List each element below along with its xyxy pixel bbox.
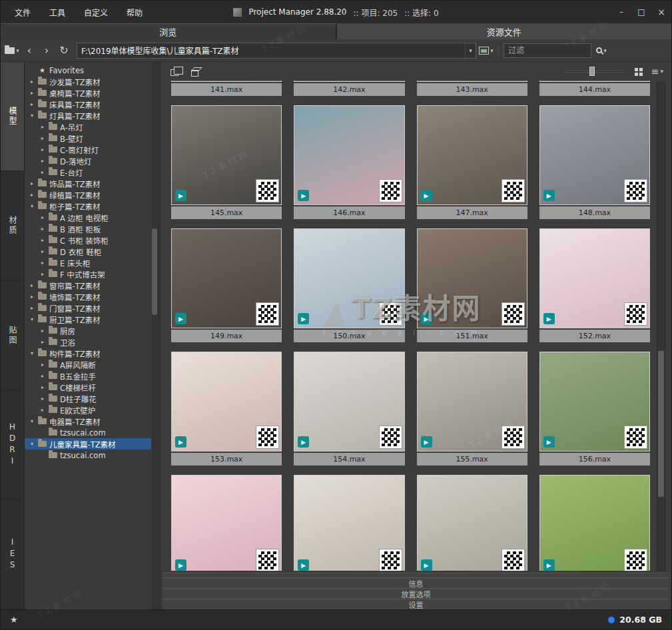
tree-expand-icon[interactable]: ▸ (39, 339, 46, 345)
tree-expand-icon[interactable]: ▸ (39, 328, 46, 334)
content-scrollbar-track[interactable] (657, 82, 665, 571)
tree-expand-icon[interactable]: ▸ (29, 180, 35, 186)
maximize-button[interactable]: □ (631, 4, 651, 20)
tree-item[interactable]: ▸桌椅篇-TZ素材 (25, 87, 151, 99)
tree-item[interactable]: ▸E-台灯 (25, 166, 151, 178)
tree-expand-icon[interactable]: ▸ (39, 384, 46, 390)
tree-expand-icon[interactable]: ▸ (29, 305, 35, 311)
tree-item[interactable]: tzsucai.com (25, 427, 151, 438)
tree-item[interactable]: ▸E欧式壁炉 (25, 404, 151, 416)
close-button[interactable]: × (651, 4, 671, 20)
menu-file[interactable]: 文件 (6, 3, 39, 21)
tree-expand-icon[interactable]: ▸ (39, 147, 46, 153)
tree-item[interactable]: ▸A屏风隔断 (25, 359, 151, 370)
category-tab-ies[interactable]: IES (1, 500, 24, 609)
forward-button[interactable]: › (39, 43, 54, 59)
tree-expand-icon[interactable]: ▸ (39, 124, 46, 130)
asset-tile[interactable]: ▶149.max (171, 228, 282, 342)
tree-item[interactable]: ▾儿童家具篇-TZ素材 (25, 438, 151, 450)
tree-expand-icon[interactable]: ▸ (29, 101, 35, 107)
tree-expand-icon[interactable]: ▾ (29, 350, 35, 356)
tree-expand-icon[interactable]: ▸ (39, 158, 46, 164)
tree-item[interactable]: ▸窗帘篇-TZ素材 (25, 280, 151, 291)
merge-model-button[interactable] (187, 63, 202, 79)
asset-tile[interactable]: ▶157.max (171, 475, 282, 571)
content-scrollbar-handle[interactable] (658, 351, 664, 497)
tree-expand-icon[interactable]: ▸ (39, 271, 46, 277)
tree-item[interactable]: ▸C楼梯栏杆 (25, 382, 151, 393)
rollout-placement-options[interactable]: 放置选项 (163, 588, 669, 599)
path-dropdown-button[interactable]: ▾ (465, 43, 476, 58)
category-tab-models[interactable]: 模型 (1, 62, 24, 171)
tree-item[interactable]: ▾构件篇-TZ素材 (25, 348, 151, 359)
asset-tile[interactable]: ▶146.max (294, 105, 404, 219)
tree-expand-icon[interactable]: ▸ (29, 294, 35, 300)
asset-thumbnail[interactable]: ▶ (539, 228, 650, 328)
refresh-button[interactable]: ↻ (57, 43, 71, 59)
asset-thumbnail[interactable]: ▶ (539, 81, 650, 82)
tree-item[interactable]: ▸D柱子雕花 (25, 393, 151, 404)
tree-item[interactable]: ▾灯具篇-TZ素材 (25, 110, 151, 121)
tree-item[interactable]: ▸B 酒柜 柜板 (25, 223, 151, 234)
sort-menu-button[interactable]: ≡ ▾ (650, 63, 665, 79)
asset-thumbnail[interactable]: ▶ (294, 352, 404, 452)
tree-expand-icon[interactable]: ▸ (39, 135, 46, 141)
tree-expand-icon[interactable]: ▸ (29, 79, 35, 85)
tree-expand-icon[interactable]: ▸ (39, 237, 46, 243)
favorite-star-icon[interactable]: ★ (10, 615, 18, 625)
tree-item[interactable]: ▸D-落地灯 (25, 155, 151, 166)
asset-tile[interactable]: ▶147.max (417, 105, 527, 219)
path-input[interactable] (77, 43, 465, 58)
slider-handle[interactable] (589, 67, 595, 76)
tree-scrollbar-handle[interactable] (152, 228, 157, 315)
tab-asset-files[interactable]: 资源文件 (337, 23, 672, 39)
menu-help[interactable]: 帮助 (118, 3, 151, 21)
tree-item[interactable]: ▸厨房 (25, 325, 151, 336)
rollout-info[interactable]: 信息 (163, 577, 669, 588)
asset-thumbnail[interactable]: ▶ (294, 228, 404, 328)
category-tab-materials[interactable]: 材质 (1, 171, 24, 280)
asset-thumbnail[interactable]: ▶ (417, 228, 527, 328)
tree-expand-icon[interactable]: ▾ (29, 418, 35, 424)
tree-item[interactable]: ▸绿植篇-TZ素材 (25, 189, 151, 200)
asset-thumbnail[interactable]: ▶ (294, 81, 404, 82)
asset-tile[interactable]: ▶152.max (539, 228, 650, 342)
tree-expand-icon[interactable]: ▾ (29, 113, 35, 119)
asset-tile[interactable]: ▶150.max (294, 228, 404, 342)
asset-tile[interactable]: ▶159.max (417, 475, 527, 571)
asset-tile[interactable]: ▶160.max (539, 475, 650, 571)
tree-expand-icon[interactable]: ▸ (39, 407, 46, 413)
category-tab-textures[interactable]: 贴图 (1, 281, 24, 390)
tree-expand-icon[interactable]: ▾ (29, 316, 35, 322)
asset-thumbnail[interactable]: ▶ (417, 105, 527, 205)
tree-item[interactable]: ▸C-筒灯射灯 (25, 144, 151, 155)
tree-item[interactable]: ▸D 衣柜 鞋柜 (25, 246, 151, 257)
tree-item[interactable]: ▸C 书柜 装饰柜 (25, 234, 151, 246)
asset-thumbnail[interactable]: ▶ (294, 475, 404, 571)
asset-thumbnail[interactable]: ▶ (171, 105, 282, 205)
folder-menu-button[interactable]: ▾ (5, 43, 19, 59)
tree-expand-icon[interactable]: ▸ (39, 169, 46, 175)
thumbnail-size-slider[interactable] (563, 67, 625, 76)
tree-scrollbar-track[interactable] (152, 62, 157, 609)
asset-tile[interactable]: ▶144.max (539, 81, 650, 96)
asset-thumbnail[interactable]: ▶ (417, 352, 527, 452)
tree-item[interactable]: ▸E 床头柜 (25, 257, 151, 268)
asset-thumbnail[interactable]: ▶ (539, 475, 650, 571)
tree-item[interactable]: ▾厨卫篇-TZ素材 (25, 314, 151, 325)
menu-tools[interactable]: 工具 (41, 3, 74, 21)
tree-expand-icon[interactable]: ▸ (29, 90, 35, 96)
asset-tile[interactable]: ▶156.max (539, 352, 650, 466)
asset-tile[interactable]: ▶148.max (539, 105, 650, 219)
rollout-settings[interactable]: 设置 (163, 599, 669, 609)
tree-item[interactable]: ▸门窗篇-TZ素材 (25, 302, 151, 314)
tree-item[interactable]: tzsucai.com (25, 450, 151, 461)
asset-thumbnail[interactable]: ▶ (171, 81, 282, 82)
tree-expand-icon[interactable]: ▸ (39, 260, 46, 266)
menu-customize[interactable]: 自定义 (75, 3, 117, 21)
back-button[interactable]: ‹ (22, 43, 37, 59)
tree-expand-icon[interactable]: ▾ (29, 441, 35, 447)
tree-expand-icon[interactable]: ▸ (39, 373, 46, 379)
asset-thumbnail[interactable]: ▶ (539, 352, 650, 452)
asset-tile[interactable]: ▶153.max (171, 352, 282, 466)
